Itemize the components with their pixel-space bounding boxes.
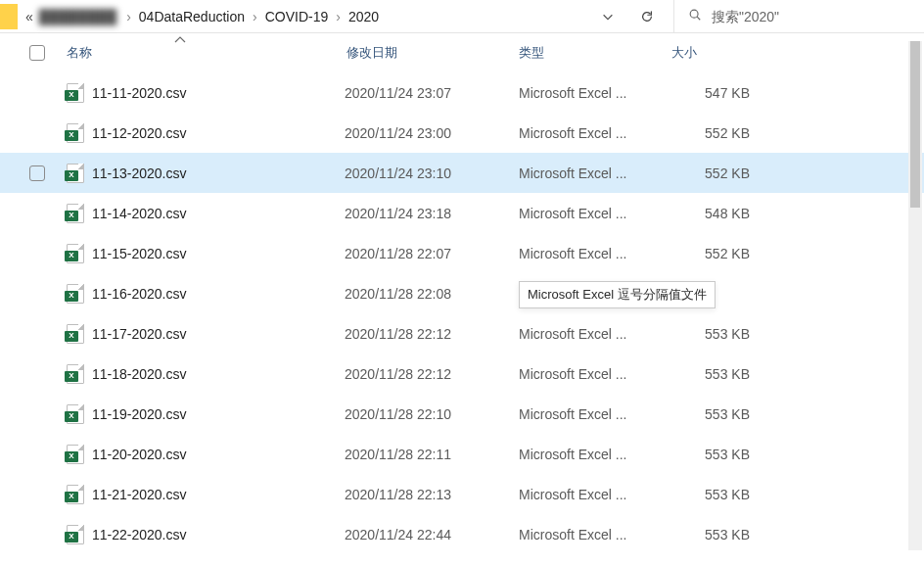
- file-size: 552 KB: [671, 165, 769, 181]
- excel-csv-file-icon: X: [67, 364, 84, 384]
- file-modified: 2020/11/24 23:00: [345, 125, 519, 141]
- excel-csv-file-icon: X: [67, 324, 84, 344]
- file-modified: 2020/11/28 22:08: [345, 286, 519, 302]
- excel-csv-file-icon: X: [67, 485, 84, 504]
- file-modified: 2020/11/24 22:44: [345, 527, 519, 542]
- file-name: 11-15-2020.csv: [92, 246, 345, 261]
- file-type: Microsoft Excel ...: [519, 406, 671, 422]
- file-type: Microsoft Excel ...: [519, 527, 671, 542]
- file-modified: 2020/11/28 22:13: [345, 487, 519, 502]
- table-row[interactable]: X11-19-2020.csv2020/11/28 22:10Microsoft…: [0, 394, 924, 434]
- breadcrumb-item[interactable]: 2020: [348, 9, 379, 24]
- refresh-icon[interactable]: [640, 10, 654, 24]
- file-name: 11-17-2020.csv: [92, 326, 345, 342]
- file-name: 11-11-2020.csv: [92, 85, 345, 101]
- file-size: 553 KB: [671, 527, 769, 542]
- file-size: 553 KB: [671, 447, 769, 462]
- file-modified: 2020/11/24 23:18: [345, 206, 519, 221]
- column-header-modified[interactable]: 修改日期: [346, 44, 519, 62]
- breadcrumb-separator: ›: [245, 9, 265, 24]
- file-modified: 2020/11/28 22:10: [345, 406, 519, 422]
- file-type: Microsoft Excel ...: [519, 246, 671, 261]
- file-type: Microsoft Excel ...: [519, 447, 671, 462]
- excel-csv-file-icon: X: [67, 164, 84, 183]
- file-type: Microsoft Excel ...: [519, 125, 671, 141]
- sort-indicator-up-icon: [174, 31, 186, 46]
- table-row[interactable]: X11-22-2020.csv2020/11/24 22:44Microsoft…: [0, 514, 924, 554]
- file-name: 11-22-2020.csv: [92, 527, 345, 542]
- select-all-checkbox[interactable]: [29, 45, 45, 61]
- excel-csv-file-icon: X: [67, 123, 84, 143]
- file-type: Microsoft Excel ...: [519, 286, 671, 302]
- file-modified: 2020/11/24 23:07: [345, 85, 519, 101]
- table-row[interactable]: X11-13-2020.csv2020/11/24 23:10Microsoft…: [0, 153, 924, 193]
- svg-line-1: [697, 17, 700, 20]
- search-box[interactable]: [673, 0, 924, 32]
- file-type: Microsoft Excel ...: [519, 206, 671, 221]
- excel-csv-file-icon: X: [67, 445, 84, 464]
- top-bar: « ████████ › 04DataReduction › COVID-19 …: [0, 0, 924, 33]
- file-type: Microsoft Excel ...: [519, 487, 671, 502]
- file-modified: 2020/11/28 22:11: [345, 447, 519, 462]
- chevron-down-icon[interactable]: [601, 10, 615, 24]
- file-name: 11-12-2020.csv: [92, 125, 345, 141]
- file-name: 11-16-2020.csv: [92, 286, 345, 302]
- file-size: 552 KB: [671, 246, 769, 261]
- file-name: 11-19-2020.csv: [92, 406, 345, 422]
- table-row[interactable]: X11-18-2020.csv2020/11/28 22:12Microsoft…: [0, 354, 924, 394]
- table-row[interactable]: X11-15-2020.csv2020/11/28 22:07Microsoft…: [0, 233, 924, 273]
- svg-point-0: [690, 10, 698, 18]
- file-size: 553 KB: [671, 366, 769, 382]
- column-header-name[interactable]: 名称: [67, 44, 346, 62]
- search-input[interactable]: [712, 9, 914, 24]
- file-modified: 2020/11/24 23:10: [345, 165, 519, 181]
- search-icon: [688, 8, 702, 25]
- excel-csv-file-icon: X: [67, 244, 84, 263]
- breadcrumb-item[interactable]: 04DataReduction: [139, 9, 245, 24]
- excel-csv-file-icon: X: [67, 404, 84, 424]
- column-header-row: 名称 修改日期 类型 大小: [0, 33, 924, 72]
- scrollbar-thumb[interactable]: [910, 41, 920, 208]
- file-name: 11-18-2020.csv: [92, 366, 345, 382]
- file-name: 11-20-2020.csv: [92, 447, 345, 462]
- breadcrumb[interactable]: « ████████ › 04DataReduction › COVID-19 …: [23, 9, 581, 24]
- vertical-scrollbar[interactable]: [908, 41, 922, 550]
- column-header-type[interactable]: 类型: [519, 44, 671, 62]
- file-type: Microsoft Excel ...: [519, 85, 671, 101]
- breadcrumb-overflow[interactable]: «: [25, 9, 37, 24]
- excel-csv-file-icon: X: [67, 204, 84, 223]
- excel-csv-file-icon: X: [67, 284, 84, 304]
- file-name: 11-21-2020.csv: [92, 487, 345, 502]
- folder-color-chip: [0, 4, 18, 29]
- file-type: Microsoft Excel ...: [519, 165, 671, 181]
- file-list: X11-11-2020.csv2020/11/24 23:07Microsoft…: [0, 72, 924, 554]
- file-modified: 2020/11/28 22:07: [345, 246, 519, 261]
- file-size: 552 KB: [671, 125, 769, 141]
- table-row[interactable]: X11-12-2020.csv2020/11/24 23:00Microsoft…: [0, 113, 924, 153]
- file-size: 553 KB: [671, 326, 769, 342]
- breadcrumb-item[interactable]: COVID-19: [265, 9, 329, 24]
- file-type: Microsoft Excel ...: [519, 366, 671, 382]
- column-header-size[interactable]: 大小: [671, 44, 769, 62]
- row-checkbox[interactable]: [29, 165, 45, 181]
- file-size: 548 KB: [671, 206, 769, 221]
- table-row[interactable]: X11-11-2020.csv2020/11/24 23:07Microsoft…: [0, 72, 924, 113]
- breadcrumb-separator: ›: [328, 9, 348, 24]
- file-size: 553 KB: [671, 487, 769, 502]
- file-modified: 2020/11/28 22:12: [345, 326, 519, 342]
- excel-csv-file-icon: X: [67, 83, 84, 103]
- breadcrumb-blurred-segment: ████████: [37, 9, 118, 24]
- nav-controls: [581, 10, 673, 24]
- file-modified: 2020/11/28 22:12: [345, 366, 519, 382]
- file-type: Microsoft Excel ...: [519, 326, 671, 342]
- file-name: 11-14-2020.csv: [92, 206, 345, 221]
- table-row[interactable]: X11-16-2020.csv2020/11/28 22:08Microsoft…: [0, 273, 924, 313]
- table-row[interactable]: X11-14-2020.csv2020/11/24 23:18Microsoft…: [0, 193, 924, 233]
- table-row[interactable]: X11-20-2020.csv2020/11/28 22:11Microsoft…: [0, 434, 924, 474]
- excel-csv-file-icon: X: [67, 525, 84, 544]
- breadcrumb-separator: ›: [118, 9, 139, 24]
- table-row[interactable]: X11-17-2020.csv2020/11/28 22:12Microsoft…: [0, 313, 924, 354]
- file-size: 553 KB: [671, 406, 769, 422]
- file-size: 547 KB: [671, 85, 769, 101]
- table-row[interactable]: X11-21-2020.csv2020/11/28 22:13Microsoft…: [0, 474, 924, 514]
